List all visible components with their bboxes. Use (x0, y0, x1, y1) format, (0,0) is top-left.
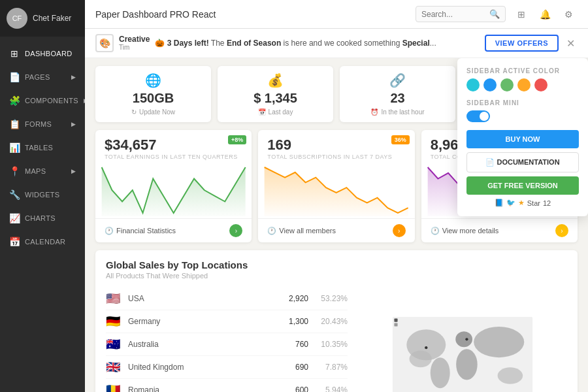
calendar-icon: 📅 (9, 237, 20, 247)
settings-color-title: SIDEBAR ACTIVE COLOR (466, 67, 579, 74)
country-pct-1: 20.43% (315, 317, 348, 326)
sidebar-label-components: Components (25, 97, 78, 105)
chart-badge-0: +8% (228, 135, 246, 144)
brand-name: Creative (119, 35, 150, 44)
clock-icon-2: 🕐 (431, 227, 440, 235)
chart-badge-1: 36% (391, 135, 410, 144)
sidebar-header: CF Chet Faker (0, 0, 85, 37)
topbar: Paper Dashboard PRO React 🔍 ⊞ 🔔 ⚙ (85, 0, 588, 29)
svg-point-4 (455, 331, 472, 347)
chart-header-0: +8% $34,657 TOTAL EARNINGS IN LAST TEN Q… (95, 130, 252, 164)
stat-value-2: 23 (349, 91, 446, 106)
chart-footer-dot-1: › (393, 224, 406, 237)
sidebar-item-forms[interactable]: 📋 Forms ▶ (0, 112, 85, 136)
close-icon[interactable]: ✕ (564, 37, 578, 50)
sidebar-item-pages[interactable]: 📄 Pages ▶ (0, 65, 85, 89)
chart-footer-dot-0: › (229, 224, 242, 237)
search-input[interactable] (421, 10, 487, 19)
sidebar-nav: ⊞ Dashboard 📄 Pages ▶🧩 Components ▶📋 For… (0, 37, 85, 392)
stat-value-1: $ 1,345 (227, 91, 324, 106)
svg-point-9 (465, 338, 468, 340)
twitter-icon: 🐦 (506, 199, 515, 207)
view-offers-button[interactable]: VIEW OFFERS (485, 35, 559, 52)
sidebar-username: Chet Faker (33, 14, 71, 23)
settings-panel: SIDEBAR ACTIVE COLOR SIDEBAR MINI BUY NO… (457, 58, 588, 216)
country-name-4: Romania (128, 385, 276, 392)
grid-icon[interactable]: ⊞ (512, 5, 531, 24)
country-pct-3: 7.87% (315, 363, 348, 372)
github-star[interactable]: 📘 🐦 ★ Star 12 (466, 199, 579, 207)
documentation-button[interactable]: 📄 DOCUMENTATION (466, 152, 579, 172)
country-row-0: 🇺🇸 USA 2,920 53.23% (106, 287, 348, 310)
search-icon: 🔍 (489, 9, 500, 19)
country-value-1: 1,300 (282, 317, 308, 326)
stat-icon-2: 🔗 (349, 73, 446, 88)
sidebar-item-maps[interactable]: 📍 Maps ▶ (0, 159, 85, 183)
chart-value-0: $34,657 (105, 137, 242, 154)
stat-label-text-1: Last day (269, 108, 293, 116)
country-value-4: 600 (282, 385, 308, 392)
bell-icon[interactable]: 🔔 (536, 5, 554, 24)
stat-card-1: 💰 $ 1,345 📅 Last day (218, 66, 333, 122)
country-flag-1: 🇩🇪 (106, 314, 122, 329)
page-title: Paper Dashboard PRO React (95, 9, 409, 20)
svg-point-8 (425, 346, 427, 349)
mini-toggle[interactable] (466, 110, 579, 122)
color-swatch-4[interactable] (534, 78, 547, 91)
country-row-4: 🇷🇴 Romania 600 5.94% (106, 379, 348, 392)
free-version-button[interactable]: GET FREE VERSION (466, 176, 579, 195)
chart-header-1: 36% 169 TOTAL SUBSCRIPTIONS IN LAST 7 DA… (258, 130, 414, 164)
chart-sublabel-0: TOTAL EARNINGS IN LAST TEN QUARTERS (105, 154, 242, 160)
forms-icon: 📋 (9, 119, 20, 129)
chart-footer-2: 🕐 View more details › (421, 218, 578, 242)
sidebar-label-widgets: Widgets (25, 191, 59, 199)
chart-footer-label-1: 🕐 View all members (267, 227, 336, 235)
stat-icon-0: 🌐 (105, 73, 202, 88)
svg-rect-11 (394, 323, 397, 326)
sidebar-item-tables[interactable]: 📊 Tables (0, 136, 85, 159)
toggle-track[interactable] (466, 110, 490, 122)
stat-label-icon-0: ↻ (131, 108, 137, 116)
sidebar-item-charts[interactable]: 📈 Charts (0, 206, 85, 230)
stat-label-icon-1: 📅 (258, 108, 266, 116)
tables-icon: 📊 (9, 142, 20, 153)
country-pct-0: 53.23% (315, 294, 348, 303)
color-swatch-1[interactable] (483, 78, 497, 91)
sidebar-item-calendar[interactable]: 📅 Calendar (0, 230, 85, 253)
notification-banner: 🎨 Creative Tim 🎃 3 Days left! The End of… (85, 29, 588, 58)
color-swatch-0[interactable] (466, 78, 480, 91)
chart-card-1: 36% 169 TOTAL SUBSCRIPTIONS IN LAST 7 DA… (258, 130, 414, 242)
color-swatch-2[interactable] (500, 78, 514, 91)
country-flag-4: 🇷🇴 (106, 383, 122, 392)
stat-label-text-0: Update Now (139, 108, 175, 116)
clock-icon-1: 🕐 (267, 227, 276, 235)
star-label: Star (527, 199, 540, 207)
sidebar-item-widgets[interactable]: 🔧 Widgets (0, 183, 85, 206)
settings-icon[interactable]: ⚙ (559, 5, 578, 24)
chart-sublabel-1: TOTAL SUBSCRIPTIONS IN LAST 7 DAYS (267, 154, 405, 160)
buy-now-button[interactable]: BUY NOW (466, 130, 579, 148)
stat-card-2: 🔗 23 ⏰ In the last hour (340, 66, 455, 122)
svg-point-7 (498, 367, 523, 384)
settings-mini-title: SIDEBAR MINI (466, 99, 579, 106)
sidebar-item-components[interactable]: 🧩 Components ▶ (0, 89, 85, 112)
stat-value-0: 150GB (105, 91, 202, 106)
country-row-3: 🇬🇧 United Kingdom 690 7.87% (106, 356, 348, 379)
content-area: SIDEBAR ACTIVE COLOR SIDEBAR MINI BUY NO… (85, 58, 588, 392)
components-icon: 🧩 (9, 95, 20, 106)
star-count: 12 (543, 199, 551, 207)
toggle-thumb (480, 112, 489, 121)
country-name-0: USA (128, 294, 276, 303)
chart-footer-0: 🕐 Financial Statistics › (95, 218, 252, 242)
maps-icon: 📍 (9, 166, 20, 176)
sidebar-item-dashboard[interactable]: ⊞ Dashboard (0, 42, 85, 65)
sidebar-label-tables: Tables (25, 144, 53, 152)
sidebar-label-dashboard: Dashboard (25, 50, 72, 57)
sidebar-label-charts: Charts (25, 214, 56, 222)
country-name-2: Australia (128, 340, 276, 349)
sidebar: CF Chet Faker ⊞ Dashboard 📄 Pages ▶🧩 Com… (0, 0, 85, 392)
brand-logo: 🎨 (95, 34, 114, 52)
search-box[interactable]: 🔍 (416, 6, 506, 22)
avatar: CF (7, 8, 27, 29)
color-swatch-3[interactable] (517, 78, 531, 91)
